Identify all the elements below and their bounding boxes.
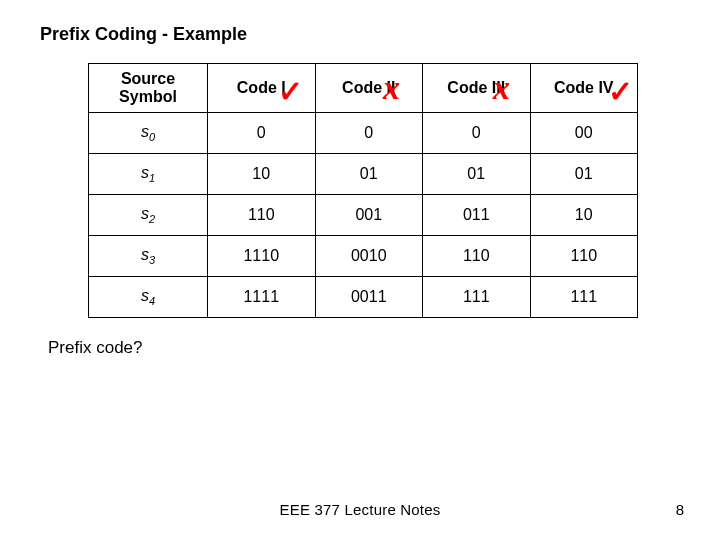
cell-code2: 0: [315, 113, 423, 154]
table-row: s1 10 01 01 01: [89, 154, 638, 195]
cell-code4: 01: [530, 154, 638, 195]
cell-code1: 110: [208, 195, 316, 236]
cell-code1: 0: [208, 113, 316, 154]
cell-code4: 10: [530, 195, 638, 236]
col-header-code3: Code III: [423, 64, 531, 113]
cell-code4: 110: [530, 236, 638, 277]
cell-code1: 1111: [208, 277, 316, 318]
col-header-code1: Code I: [208, 64, 316, 113]
slide: Prefix Coding - Example ✓ x x ✓ Source S…: [0, 0, 720, 540]
page-number: 8: [676, 501, 684, 518]
cell-code3: 011: [423, 195, 531, 236]
cell-code2: 001: [315, 195, 423, 236]
cell-code3: 110: [423, 236, 531, 277]
cell-code3: 0: [423, 113, 531, 154]
cell-code4: 00: [530, 113, 638, 154]
code-table: Source Symbol Code I Code II Code III Co…: [88, 63, 638, 318]
table-row: s2 110 001 011 10: [89, 195, 638, 236]
page-title: Prefix Coding - Example: [40, 24, 680, 45]
cell-symbol: s3: [89, 236, 208, 277]
cell-code3: 111: [423, 277, 531, 318]
table-row: s3 1110 0010 110 110: [89, 236, 638, 277]
cell-symbol: s2: [89, 195, 208, 236]
col-header-symbol: Source Symbol: [89, 64, 208, 113]
cell-symbol: s0: [89, 113, 208, 154]
footer-center: EEE 377 Lecture Notes: [0, 501, 720, 518]
cell-code1: 1110: [208, 236, 316, 277]
cell-code1: 10: [208, 154, 316, 195]
cell-symbol: s1: [89, 154, 208, 195]
cell-code2: 01: [315, 154, 423, 195]
col-header-code2: Code II: [315, 64, 423, 113]
cell-code2: 0010: [315, 236, 423, 277]
prefix-question: Prefix code?: [48, 338, 680, 358]
table-header-row: Source Symbol Code I Code II Code III Co…: [89, 64, 638, 113]
cell-code4: 111: [530, 277, 638, 318]
table-row: s4 1111 0011 111 111: [89, 277, 638, 318]
col-header-code4: Code IV: [530, 64, 638, 113]
cell-symbol: s4: [89, 277, 208, 318]
table-row: s0 0 0 0 00: [89, 113, 638, 154]
code-table-wrap: ✓ x x ✓ Source Symbol Code I Code II Cod…: [88, 63, 638, 318]
cell-code2: 0011: [315, 277, 423, 318]
cell-code3: 01: [423, 154, 531, 195]
